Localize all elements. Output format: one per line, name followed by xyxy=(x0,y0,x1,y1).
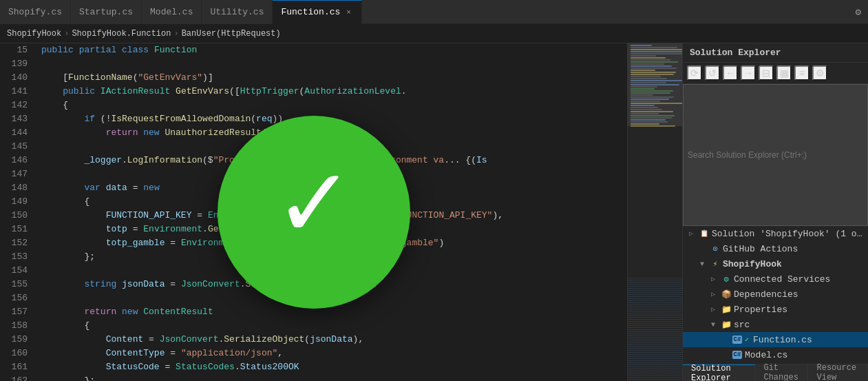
minimap-content xyxy=(628,43,682,381)
minimap-thumb-inner xyxy=(628,278,682,381)
filter-button[interactable]: ≡ xyxy=(794,65,809,81)
main-area: 1513914014114214314414514614714814915015… xyxy=(0,43,868,381)
tree-chevron-icon xyxy=(719,334,730,345)
sync-button[interactable]: ⟳ xyxy=(687,65,702,81)
settings-button[interactable]: ⚙ xyxy=(812,65,827,81)
tab-label: Function.cs xyxy=(281,7,340,17)
bottom-tabs: Solution ExplorerGit ChangesResource Vie… xyxy=(683,364,868,381)
tree-item[interactable]: C#Model.cs xyxy=(683,347,868,362)
minimap-thumbnail xyxy=(628,278,682,381)
tree-item-label: Function.cs xyxy=(753,335,812,345)
check-icon: ✓ xyxy=(745,336,749,344)
refresh-button[interactable]: ↺ xyxy=(705,65,720,81)
code-editor[interactable]: 1513914014114214314414514614714814915015… xyxy=(0,43,627,381)
tree-item[interactable]: C#✓Function.cs xyxy=(683,332,868,347)
tree-file-icon: C# xyxy=(732,334,743,345)
panel-title: Solution Explorer xyxy=(683,43,868,63)
tree-file-icon: 📋 xyxy=(699,228,710,239)
tree-item[interactable]: ⊙GitHub Actions xyxy=(683,241,868,256)
panel-toolbar: ⟳ ↺ ← → ⊟ ▦ ≡ ⚙ xyxy=(683,63,868,84)
tab-label: Model.cs xyxy=(150,7,193,17)
tree-item[interactable]: ▷📁Properties xyxy=(683,302,868,317)
show-all-button[interactable]: ▦ xyxy=(776,65,792,81)
tree-file-icon: ⚙ xyxy=(721,274,732,285)
tree-item-label: ShopifyHook xyxy=(723,259,782,269)
tree-chevron-icon: ▷ xyxy=(686,228,697,239)
collapse-button[interactable]: ⊟ xyxy=(759,65,774,81)
tree-chevron-icon: ▼ xyxy=(708,319,719,330)
tree-file-icon: ⊙ xyxy=(710,243,721,254)
tab-bar: Shopify.cs Startup.cs Model.cs Utility.c… xyxy=(0,0,868,24)
tab-startup-cs[interactable]: Startup.cs xyxy=(71,0,142,24)
tab-toolbar: ⚙ xyxy=(856,6,868,18)
tree-item-label: Model.cs xyxy=(745,350,787,360)
tree-item-label: Dependencies xyxy=(734,289,798,300)
panel-title-label: Solution Explorer xyxy=(690,48,781,58)
tree-item-label: Solution 'ShopifyHook' (1 of 1 project) xyxy=(712,229,865,239)
tree-chevron-icon: ▷ xyxy=(708,274,719,285)
tab-model-cs[interactable]: Model.cs xyxy=(142,0,202,24)
tree-item-label: src xyxy=(734,320,750,330)
breadcrumb-sep-1: › xyxy=(64,29,69,39)
tab-label: Shopify.cs xyxy=(8,7,62,17)
line-numbers: 1513914014114214314414514614714814915015… xyxy=(0,43,34,381)
tree-chevron-icon: ▷ xyxy=(708,289,719,300)
tree-item-label: Connected Services xyxy=(734,274,830,285)
tree-item-label: Properties xyxy=(734,305,787,315)
tree-item[interactable]: ▷📋Solution 'ShopifyHook' (1 of 1 project… xyxy=(683,226,868,241)
back-button[interactable]: ← xyxy=(723,65,738,81)
bottom-tab-git-changes[interactable]: Git Changes xyxy=(755,364,808,382)
tab-function-cs[interactable]: Function.cs × xyxy=(273,0,361,24)
solution-panel: Solution Explorer ⟳ ↺ ← → ⊟ ▦ ≡ ⚙ ▷📋Solu… xyxy=(682,43,868,381)
solution-tree: ▷📋Solution 'ShopifyHook' (1 of 1 project… xyxy=(683,226,868,364)
solution-search-input[interactable] xyxy=(683,84,868,226)
success-overlay: ✓ xyxy=(218,116,410,309)
tree-file-icon: C# xyxy=(732,349,743,360)
forward-button[interactable]: → xyxy=(741,65,756,81)
settings-icon[interactable]: ⚙ xyxy=(856,6,861,18)
tree-chevron-icon xyxy=(719,349,730,360)
tab-utility-cs[interactable]: Utility.cs xyxy=(202,0,273,24)
breadcrumb-function[interactable]: ShopifyHook.Function xyxy=(72,29,171,39)
bottom-tab-solution-explorer[interactable]: Solution Explorer xyxy=(683,364,755,382)
tree-file-icon: ⚡ xyxy=(710,258,721,269)
breadcrumb-shopifyhook[interactable]: ShopifyHook xyxy=(7,29,61,39)
tree-item[interactable]: ▷⚙Connected Services xyxy=(683,271,868,287)
tree-chevron-icon: ▼ xyxy=(697,258,708,269)
tree-file-icon: 📦 xyxy=(721,289,732,300)
bottom-tab-resource-view[interactable]: Resource View xyxy=(808,364,868,382)
tree-chevron-icon xyxy=(697,243,708,254)
tree-item[interactable]: ▷📦Dependencies xyxy=(683,287,868,302)
minimap[interactable] xyxy=(627,43,682,381)
tree-chevron-icon: ▷ xyxy=(708,304,719,315)
tree-item[interactable]: ▼⚡ShopifyHook xyxy=(683,256,868,271)
breadcrumb-banuser[interactable]: BanUser(HttpRequest) xyxy=(182,29,281,39)
breadcrumb-bar: ShopifyHook › ShopifyHook.Function › Ban… xyxy=(0,24,868,43)
tree-file-icon: 📁 xyxy=(721,319,732,330)
tab-close-icon[interactable]: × xyxy=(344,8,353,17)
minimap-viewport xyxy=(628,43,682,126)
breadcrumb-sep-2: › xyxy=(173,29,178,39)
tab-label: Utility.cs xyxy=(210,7,264,17)
tree-item[interactable]: ▼📁src xyxy=(683,317,868,332)
checkmark-icon: ✓ xyxy=(280,154,346,264)
tab-label: Startup.cs xyxy=(79,7,133,17)
tree-file-icon: 📁 xyxy=(721,304,732,315)
tree-item-label: GitHub Actions xyxy=(723,244,798,254)
tab-shopify-cs[interactable]: Shopify.cs xyxy=(0,0,71,24)
